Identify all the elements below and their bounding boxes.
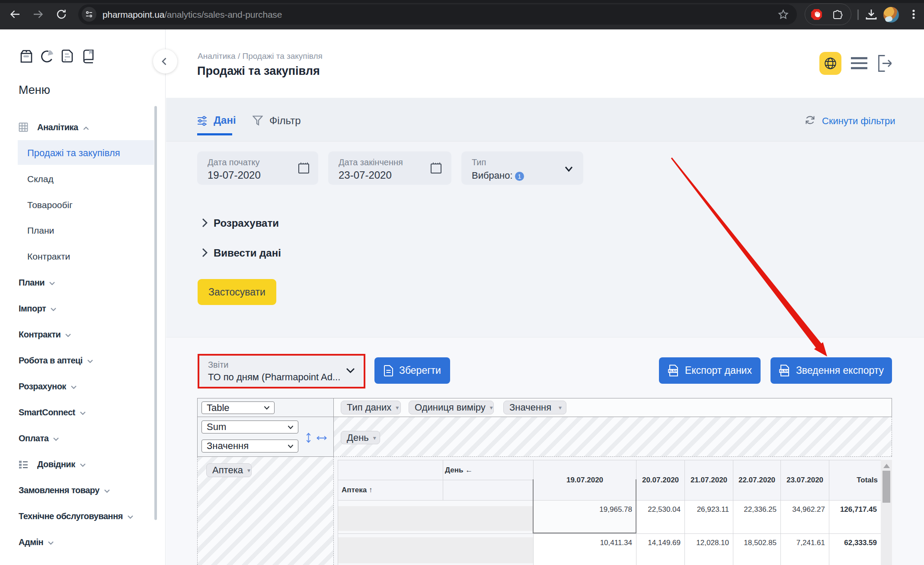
svg-text:XLSX: XLSX <box>668 369 678 373</box>
svg-text:XLSX: XLSX <box>780 369 789 373</box>
